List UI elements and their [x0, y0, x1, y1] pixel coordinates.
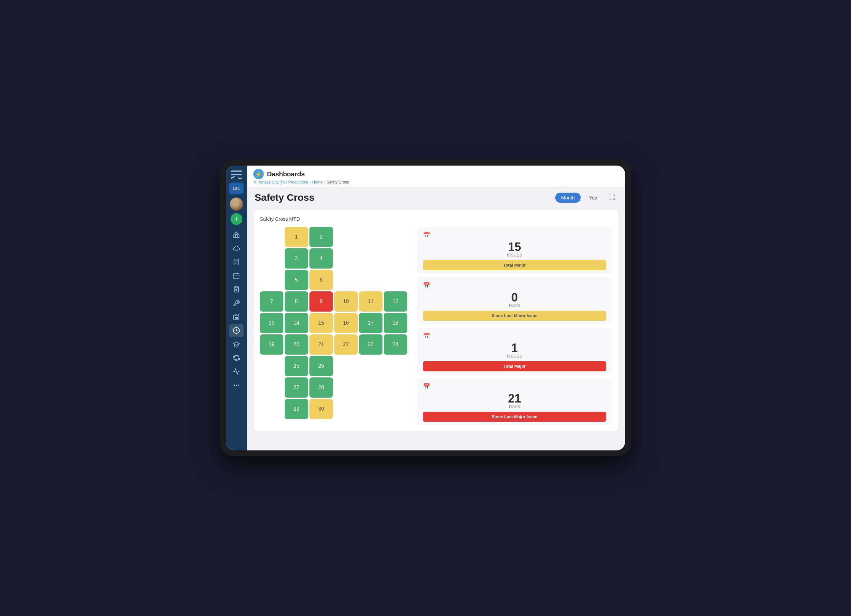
- calendar-icon-1: 📅: [423, 231, 430, 239]
- card-title: Safety Cross MTD: [260, 216, 612, 222]
- stat-unit-2: DAYS: [423, 303, 606, 308]
- stat-number-4: 21: [423, 391, 606, 404]
- menu-button[interactable]: [229, 169, 244, 180]
- app-logo: L2L: [229, 183, 244, 194]
- stats-panel: 📅 15 ISSUES Total Minor 📅 0 DAYS Since L…: [417, 227, 612, 425]
- breadcrumb-home[interactable]: Home: [312, 180, 322, 185]
- calendar-icon-3: 📅: [423, 332, 430, 340]
- safety-cross-grid: 1 2 3 4 5 6: [260, 227, 407, 425]
- cross-cell-18[interactable]: 18: [384, 313, 407, 333]
- stat-days-since-minor: 📅 0 DAYS Since Last Minor Issue: [417, 277, 612, 324]
- cross-row-5: 19 20 21 22 23 24: [260, 334, 407, 355]
- sidebar-item-factory[interactable]: [229, 310, 244, 323]
- view-toggle: Month Year ⛶: [555, 192, 617, 203]
- cross-cell-14[interactable]: 14: [285, 313, 308, 333]
- stat-number-1: 15: [423, 240, 606, 253]
- cross-cell-29[interactable]: 29: [285, 399, 308, 419]
- stat-number-2: 0: [423, 290, 606, 303]
- stat-unit-1: ISSUES: [423, 253, 606, 257]
- avatar[interactable]: [230, 197, 243, 210]
- cross-cell-13[interactable]: 13: [260, 313, 283, 333]
- cross-cell-10[interactable]: 10: [334, 291, 358, 312]
- sidebar-item-analytics[interactable]: [229, 365, 244, 378]
- sidebar-nav: [226, 228, 247, 447]
- cross-cell-17[interactable]: 17: [359, 313, 382, 333]
- sidebar-item-maintenance[interactable]: [229, 297, 244, 310]
- cross-cell-19[interactable]: 19: [260, 334, 283, 355]
- calendar-icon-4: 📅: [423, 383, 430, 390]
- cross-cell-28[interactable]: 28: [310, 377, 333, 398]
- sidebar: L2L +: [226, 165, 247, 451]
- cross-cell-20[interactable]: 20: [285, 334, 308, 355]
- sidebar-item-clipboard[interactable]: [229, 283, 244, 296]
- cross-cell-11[interactable]: 11: [359, 291, 382, 312]
- calendar-icon-2: 📅: [423, 282, 430, 289]
- cross-cell-15[interactable]: 15: [310, 313, 333, 333]
- stat-bar-total-minor[interactable]: Total Minor: [423, 260, 606, 270]
- stat-days-since-major: 📅 21 DAYS Since Last Major Issue: [417, 379, 612, 425]
- svg-point-18: [234, 385, 235, 386]
- cross-cell-3[interactable]: 3: [285, 248, 308, 269]
- breadcrumb: ⚙ Kansas City (Full Production) › Home ›…: [253, 180, 618, 185]
- cross-cell-21[interactable]: 21: [310, 334, 333, 355]
- cross-cell-27[interactable]: 27: [285, 377, 308, 398]
- cross-cell-5[interactable]: 5: [285, 270, 308, 290]
- svg-rect-15: [235, 317, 236, 319]
- month-toggle-button[interactable]: Month: [555, 192, 581, 203]
- card-inner: 1 2 3 4 5 6: [260, 227, 612, 425]
- cross-row-7: 27 28: [260, 377, 407, 398]
- cross-row-3: 7 8 9 10 11 12: [260, 291, 407, 312]
- cross-cell-1[interactable]: 1: [285, 227, 308, 247]
- page-header: Safety Cross Month Year ⛶: [247, 188, 625, 206]
- stat-bar-total-major[interactable]: Total Major: [423, 361, 606, 371]
- safety-cross-card: Safety Cross MTD 1 2 3: [253, 210, 618, 431]
- stat-total-major-issues: 📅 1 ISSUES Total Major: [417, 328, 612, 374]
- stat-unit-3: ISSUES: [423, 354, 606, 359]
- header: ⚡ Dashboards ⚙ Kansas City (Full Product…: [247, 165, 625, 188]
- cross-cell-7[interactable]: 7: [260, 291, 283, 312]
- cross-row-6: 25 26: [260, 356, 407, 376]
- stat-bar-since-minor[interactable]: Since Last Minor Issue: [423, 311, 606, 321]
- stat-total-minor-issues: 📅 15 ISSUES Total Minor: [417, 227, 612, 273]
- sidebar-item-dashboard[interactable]: [229, 324, 244, 337]
- header-title: Dashboards: [267, 170, 305, 178]
- breadcrumb-current: Safety Cross: [326, 180, 349, 185]
- cross-cell-6[interactable]: 6: [310, 270, 333, 290]
- cross-cell-25[interactable]: 25: [285, 356, 308, 376]
- content-area: Safety Cross MTD 1 2 3: [247, 206, 625, 451]
- dashboards-icon: ⚡: [253, 169, 264, 179]
- sidebar-item-cloud[interactable]: [229, 242, 244, 255]
- sidebar-item-document[interactable]: [229, 255, 244, 269]
- cross-cell-24[interactable]: 24: [384, 334, 407, 355]
- breadcrumb-site[interactable]: ⚙ Kansas City (Full Production): [253, 180, 308, 185]
- cross-cell-4[interactable]: 4: [310, 248, 333, 269]
- sidebar-item-more[interactable]: [229, 379, 244, 392]
- sidebar-item-calendar[interactable]: [229, 269, 244, 282]
- cross-cell-16[interactable]: 16: [334, 313, 358, 333]
- cross-cell-22[interactable]: 22: [334, 334, 358, 355]
- cross-cell-30[interactable]: 30: [310, 399, 333, 419]
- cross-row-2: 5 6: [260, 270, 407, 290]
- cross-cell-9[interactable]: 9: [310, 291, 333, 312]
- cross-cell-12[interactable]: 12: [384, 291, 407, 312]
- cross-cell-8[interactable]: 8: [285, 291, 308, 312]
- cross-cell-23[interactable]: 23: [359, 334, 382, 355]
- cross-row-4: 13 14 15 16 17 18: [260, 313, 407, 333]
- year-toggle-button[interactable]: Year: [583, 192, 605, 203]
- main-content: ⚡ Dashboards ⚙ Kansas City (Full Product…: [247, 165, 625, 451]
- cross-row-0: 1 2: [260, 227, 407, 247]
- svg-point-19: [236, 385, 237, 386]
- stat-bar-since-major[interactable]: Since Last Major Issue: [423, 412, 606, 422]
- sidebar-item-home[interactable]: [229, 228, 244, 241]
- sidebar-item-learning[interactable]: [229, 338, 244, 351]
- cross-cell-26[interactable]: 26: [310, 356, 333, 376]
- breadcrumb-sep1: ›: [310, 180, 311, 185]
- add-button[interactable]: +: [230, 213, 242, 225]
- fullscreen-button[interactable]: ⛶: [607, 192, 617, 203]
- cross-row-8: 29 30: [260, 399, 407, 419]
- svg-rect-7: [234, 273, 239, 279]
- stat-unit-4: DAYS: [423, 404, 606, 409]
- cross-cell-2[interactable]: 2: [310, 227, 333, 247]
- sidebar-item-cycle[interactable]: [229, 352, 244, 364]
- page-title: Safety Cross: [255, 192, 314, 203]
